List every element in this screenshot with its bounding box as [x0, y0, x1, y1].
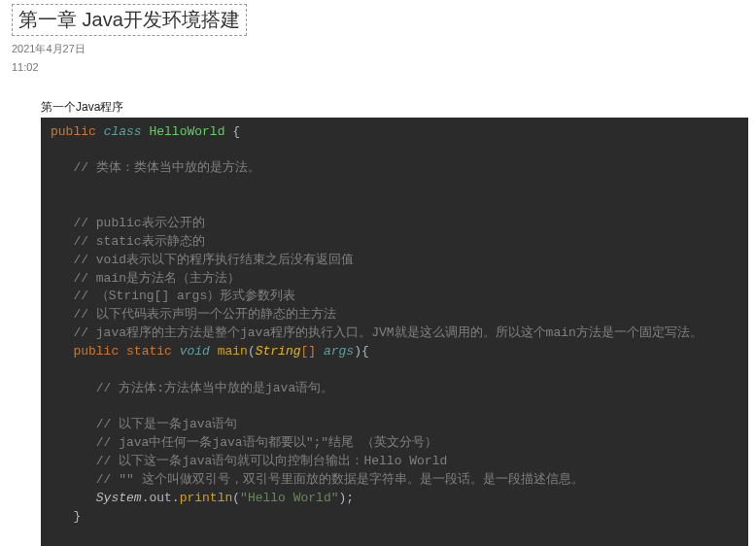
- comment: // public表示公开的: [73, 216, 204, 230]
- comment: // "" 这个叫做双引号，双引号里面放的数据是字符串。是一段话。是一段描述信息…: [96, 472, 584, 487]
- brace: {: [361, 344, 369, 358]
- brackets: []: [301, 344, 317, 358]
- paren-semi: );: [339, 491, 355, 505]
- comment: // java程序的主方法是整个java程序的执行入口。JVM就是这么调用的。所…: [73, 325, 702, 340]
- kw-class: class: [104, 124, 142, 139]
- param-args: args: [324, 344, 354, 358]
- type-string: String: [256, 344, 301, 358]
- println: println: [180, 491, 233, 505]
- brace-close: }: [73, 509, 81, 524]
- brace: {: [232, 124, 240, 139]
- kw-static: static: [126, 344, 172, 358]
- class-name: HelloWorld: [149, 124, 224, 139]
- comment: // 以下这一条java语句就可以向控制台输出：Hello World: [96, 454, 447, 468]
- comment: // static表示静态的: [73, 234, 204, 249]
- comment: // void表示以下的程序执行结束之后没有返回值: [73, 253, 354, 267]
- date-text: 2021年4月27日: [0, 40, 756, 58]
- comment: // 以下代码表示声明一个公开的静态的主方法: [73, 307, 335, 322]
- comment: // java中任何一条java语句都要以";"结尾 （英文分号）: [96, 435, 437, 450]
- system: System: [96, 491, 142, 505]
- kw-public: public: [51, 124, 96, 139]
- comment: // 类体：类体当中放的是方法。: [73, 160, 259, 175]
- kw-void: void: [180, 344, 210, 358]
- out: out: [149, 491, 171, 505]
- kw-public: public: [73, 344, 119, 358]
- method-main: main: [218, 344, 248, 358]
- comment: // （String[] args）形式参数列表: [73, 289, 295, 303]
- paren: (: [248, 344, 256, 358]
- paren: ): [354, 344, 361, 358]
- comment: // 以下是一条java语句: [96, 417, 238, 431]
- code-subtitle: 第一个Java程序: [41, 99, 756, 116]
- time-text: 11:02: [0, 58, 756, 77]
- comment: // 方法体:方法体当中放的是java语句。: [96, 381, 333, 395]
- comment: // main是方法名（主方法）: [73, 271, 240, 286]
- dot: .: [172, 491, 180, 505]
- code-block: public class HelloWorld { // 类体：类体当中放的是方…: [41, 118, 748, 546]
- paren: (: [232, 491, 240, 505]
- string-literal: "Hello World": [240, 491, 338, 505]
- page-title: 第一章 Java开发环境搭建: [12, 4, 247, 36]
